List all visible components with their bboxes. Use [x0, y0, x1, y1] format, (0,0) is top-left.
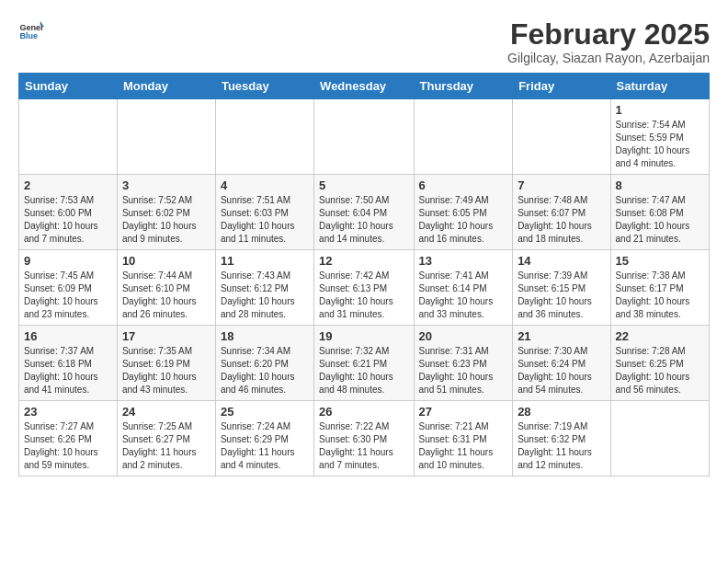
- day-cell: 24Sunrise: 7:25 AM Sunset: 6:27 PM Dayli…: [117, 401, 215, 477]
- day-info: Sunrise: 7:43 AM Sunset: 6:12 PM Dayligh…: [221, 270, 309, 321]
- day-cell: 11Sunrise: 7:43 AM Sunset: 6:12 PM Dayli…: [215, 250, 313, 326]
- day-cell: 27Sunrise: 7:21 AM Sunset: 6:31 PM Dayli…: [414, 401, 513, 477]
- day-cell: 26Sunrise: 7:22 AM Sunset: 6:30 PM Dayli…: [314, 401, 414, 477]
- day-number: 7: [518, 178, 605, 192]
- col-header-friday: Friday: [513, 74, 610, 99]
- day-info: Sunrise: 7:38 AM Sunset: 6:17 PM Dayligh…: [616, 270, 704, 321]
- day-number: 15: [616, 254, 704, 268]
- day-info: Sunrise: 7:42 AM Sunset: 6:13 PM Dayligh…: [319, 270, 408, 321]
- day-cell: [19, 99, 118, 175]
- day-number: 13: [419, 254, 508, 268]
- day-cell: 14Sunrise: 7:39 AM Sunset: 6:15 PM Dayli…: [513, 250, 610, 326]
- day-number: 22: [616, 329, 704, 343]
- day-cell: [610, 401, 709, 477]
- day-cell: 22Sunrise: 7:28 AM Sunset: 6:25 PM Dayli…: [610, 326, 709, 401]
- day-number: 27: [419, 405, 508, 419]
- day-number: 14: [518, 254, 605, 268]
- day-cell: [215, 99, 313, 175]
- day-info: Sunrise: 7:45 AM Sunset: 6:09 PM Dayligh…: [24, 270, 112, 321]
- col-header-thursday: Thursday: [414, 74, 513, 99]
- day-cell: 1Sunrise: 7:54 AM Sunset: 5:59 PM Daylig…: [610, 99, 709, 175]
- calendar-table: SundayMondayTuesdayWednesdayThursdayFrid…: [18, 73, 710, 477]
- day-number: 19: [319, 329, 408, 343]
- day-number: 18: [221, 329, 309, 343]
- day-number: 23: [24, 405, 112, 419]
- day-info: Sunrise: 7:35 AM Sunset: 6:19 PM Dayligh…: [122, 345, 210, 396]
- day-info: Sunrise: 7:22 AM Sunset: 6:30 PM Dayligh…: [319, 420, 408, 472]
- day-cell: [513, 99, 610, 175]
- day-info: Sunrise: 7:54 AM Sunset: 5:59 PM Dayligh…: [616, 119, 704, 170]
- day-number: 28: [518, 405, 605, 419]
- day-number: 21: [518, 329, 605, 343]
- day-info: Sunrise: 7:30 AM Sunset: 6:24 PM Dayligh…: [518, 345, 605, 396]
- day-info: Sunrise: 7:51 AM Sunset: 6:03 PM Dayligh…: [221, 194, 309, 246]
- day-cell: 3Sunrise: 7:52 AM Sunset: 6:02 PM Daylig…: [117, 175, 215, 250]
- day-cell: 18Sunrise: 7:34 AM Sunset: 6:20 PM Dayli…: [215, 326, 313, 401]
- col-header-sunday: Sunday: [19, 74, 118, 99]
- day-number: 11: [221, 254, 309, 268]
- day-number: 5: [319, 178, 408, 192]
- week-row-4: 16Sunrise: 7:37 AM Sunset: 6:18 PM Dayli…: [19, 326, 710, 401]
- day-cell: [314, 99, 414, 175]
- location-subtitle: Gilgilcay, Siazan Rayon, Azerbaijan: [507, 51, 710, 65]
- week-row-1: 1Sunrise: 7:54 AM Sunset: 5:59 PM Daylig…: [19, 99, 710, 175]
- day-cell: 15Sunrise: 7:38 AM Sunset: 6:17 PM Dayli…: [610, 250, 709, 326]
- day-info: Sunrise: 7:39 AM Sunset: 6:15 PM Dayligh…: [518, 270, 605, 321]
- day-cell: 17Sunrise: 7:35 AM Sunset: 6:19 PM Dayli…: [117, 326, 215, 401]
- day-info: Sunrise: 7:52 AM Sunset: 6:02 PM Dayligh…: [122, 194, 210, 246]
- logo: General Blue: [18, 18, 44, 44]
- day-cell: 2Sunrise: 7:53 AM Sunset: 6:00 PM Daylig…: [19, 175, 118, 250]
- title-block: February 2025 Gilgilcay, Siazan Rayon, A…: [507, 18, 710, 65]
- day-number: 17: [122, 329, 210, 343]
- day-info: Sunrise: 7:50 AM Sunset: 6:04 PM Dayligh…: [319, 194, 408, 246]
- svg-text:Blue: Blue: [19, 31, 38, 40]
- day-info: Sunrise: 7:49 AM Sunset: 6:05 PM Dayligh…: [419, 194, 508, 246]
- day-info: Sunrise: 7:24 AM Sunset: 6:29 PM Dayligh…: [221, 420, 309, 472]
- day-number: 6: [419, 178, 508, 192]
- col-header-monday: Monday: [117, 74, 215, 99]
- day-info: Sunrise: 7:47 AM Sunset: 6:08 PM Dayligh…: [616, 194, 704, 246]
- day-info: Sunrise: 7:21 AM Sunset: 6:31 PM Dayligh…: [419, 420, 508, 472]
- day-cell: 7Sunrise: 7:48 AM Sunset: 6:07 PM Daylig…: [513, 175, 610, 250]
- day-cell: 23Sunrise: 7:27 AM Sunset: 6:26 PM Dayli…: [19, 401, 118, 477]
- col-header-wednesday: Wednesday: [314, 74, 414, 99]
- day-number: 10: [122, 254, 210, 268]
- day-info: Sunrise: 7:19 AM Sunset: 6:32 PM Dayligh…: [518, 420, 605, 472]
- day-cell: [414, 99, 513, 175]
- day-info: Sunrise: 7:53 AM Sunset: 6:00 PM Dayligh…: [24, 194, 112, 246]
- day-number: 26: [319, 405, 408, 419]
- day-number: 4: [221, 178, 309, 192]
- day-info: Sunrise: 7:27 AM Sunset: 6:26 PM Dayligh…: [24, 420, 112, 472]
- day-number: 20: [419, 329, 508, 343]
- day-info: Sunrise: 7:25 AM Sunset: 6:27 PM Dayligh…: [122, 420, 210, 472]
- col-header-saturday: Saturday: [610, 74, 709, 99]
- day-info: Sunrise: 7:44 AM Sunset: 6:10 PM Dayligh…: [122, 270, 210, 321]
- day-info: Sunrise: 7:31 AM Sunset: 6:23 PM Dayligh…: [419, 345, 508, 396]
- day-number: 8: [616, 178, 704, 192]
- day-info: Sunrise: 7:41 AM Sunset: 6:14 PM Dayligh…: [419, 270, 508, 321]
- day-cell: 21Sunrise: 7:30 AM Sunset: 6:24 PM Dayli…: [513, 326, 610, 401]
- day-cell: 12Sunrise: 7:42 AM Sunset: 6:13 PM Dayli…: [314, 250, 414, 326]
- day-cell: 20Sunrise: 7:31 AM Sunset: 6:23 PM Dayli…: [414, 326, 513, 401]
- day-cell: 9Sunrise: 7:45 AM Sunset: 6:09 PM Daylig…: [19, 250, 118, 326]
- day-cell: 5Sunrise: 7:50 AM Sunset: 6:04 PM Daylig…: [314, 175, 414, 250]
- day-number: 9: [24, 254, 112, 268]
- week-row-3: 9Sunrise: 7:45 AM Sunset: 6:09 PM Daylig…: [19, 250, 710, 326]
- day-cell: 16Sunrise: 7:37 AM Sunset: 6:18 PM Dayli…: [19, 326, 118, 401]
- page-header: General Blue February 2025 Gilgilcay, Si…: [18, 18, 710, 65]
- day-cell: 19Sunrise: 7:32 AM Sunset: 6:21 PM Dayli…: [314, 326, 414, 401]
- month-year-title: February 2025: [507, 18, 710, 51]
- day-number: 2: [24, 178, 112, 192]
- day-cell: 25Sunrise: 7:24 AM Sunset: 6:29 PM Dayli…: [215, 401, 313, 477]
- day-cell: 10Sunrise: 7:44 AM Sunset: 6:10 PM Dayli…: [117, 250, 215, 326]
- header-row: SundayMondayTuesdayWednesdayThursdayFrid…: [19, 74, 710, 99]
- day-info: Sunrise: 7:32 AM Sunset: 6:21 PM Dayligh…: [319, 345, 408, 396]
- day-cell: 6Sunrise: 7:49 AM Sunset: 6:05 PM Daylig…: [414, 175, 513, 250]
- day-number: 12: [319, 254, 408, 268]
- day-info: Sunrise: 7:34 AM Sunset: 6:20 PM Dayligh…: [221, 345, 309, 396]
- day-cell: 4Sunrise: 7:51 AM Sunset: 6:03 PM Daylig…: [215, 175, 313, 250]
- day-number: 16: [24, 329, 112, 343]
- day-info: Sunrise: 7:37 AM Sunset: 6:18 PM Dayligh…: [24, 345, 112, 396]
- day-number: 25: [221, 405, 309, 419]
- day-cell: 13Sunrise: 7:41 AM Sunset: 6:14 PM Dayli…: [414, 250, 513, 326]
